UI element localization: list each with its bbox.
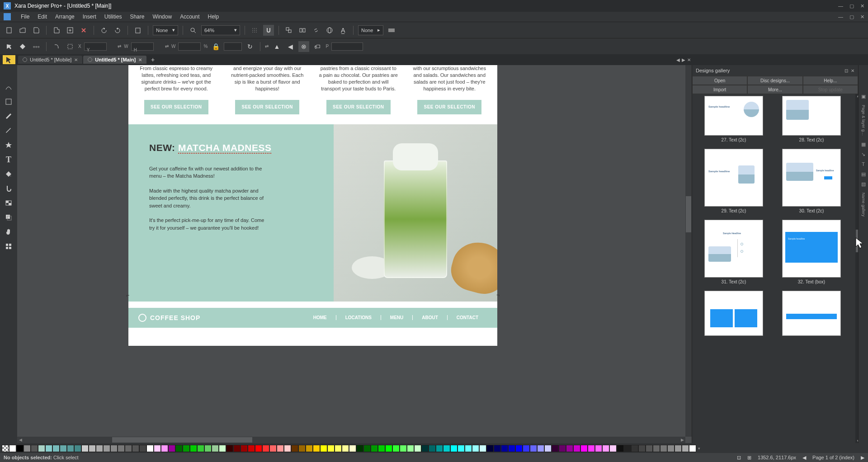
brush-tool[interactable]	[2, 110, 15, 122]
link-button[interactable]	[311, 25, 321, 36]
color-swatch[interactable]	[573, 445, 580, 452]
selection-button[interactable]: SEE OUR SELECTION	[326, 100, 391, 114]
close-icon[interactable]: ✕	[860, 3, 864, 9]
color-swatch[interactable]	[9, 445, 16, 452]
grid-tool[interactable]	[2, 240, 15, 252]
gallery-scrollbar[interactable]: ▲▼	[855, 94, 858, 443]
color-swatch[interactable]	[436, 445, 443, 452]
selector-tool[interactable]	[2, 67, 15, 79]
color-swatch[interactable]	[262, 445, 269, 452]
color-swatch[interactable]	[407, 445, 414, 452]
nav-locations[interactable]: LOCATIONS	[336, 315, 381, 320]
shape-icon[interactable]	[51, 41, 62, 52]
menu-window[interactable]: Window	[152, 14, 172, 20]
selection-button[interactable]: SEE OUR SELECTION	[235, 100, 299, 114]
color-swatch[interactable]	[146, 445, 154, 452]
tab-main[interactable]: Untitled5 * [Main] ✕	[83, 56, 146, 64]
snap-indicator-icon[interactable]: ⊞	[747, 455, 751, 461]
design-item-34[interactable]	[774, 291, 849, 338]
swatch-none[interactable]	[2, 445, 9, 452]
design-item-33[interactable]	[696, 291, 772, 338]
transparency-tool[interactable]	[2, 197, 15, 209]
tab-prev-icon[interactable]: ◀	[676, 57, 680, 62]
fill-gallery-tab[interactable]: ▤	[859, 170, 868, 178]
group-button[interactable]	[283, 25, 294, 36]
color-swatch[interactable]	[508, 445, 515, 452]
color-swatch[interactable]	[248, 445, 255, 452]
flip-v-icon[interactable]: ◀	[285, 41, 296, 52]
color-swatch[interactable]	[588, 445, 595, 452]
color-swatch[interactable]	[161, 445, 168, 452]
text-tool[interactable]: T	[2, 154, 15, 165]
color-swatch[interactable]	[139, 445, 146, 452]
tag-icon[interactable]: 🏷	[312, 41, 323, 52]
new-tab-button[interactable]: +	[147, 54, 158, 65]
selection-button[interactable]: SEE OUR SELECTION	[417, 100, 481, 114]
redo-button[interactable]	[112, 25, 123, 36]
live-drag-icon[interactable]: ⊡	[737, 455, 741, 461]
color-swatch[interactable]	[67, 445, 74, 452]
color-swatch[interactable]	[175, 445, 183, 452]
design-item-30[interactable]: Sample headline 30. Text (2c)	[774, 149, 849, 218]
color-swatch[interactable]	[501, 445, 508, 452]
color-swatch[interactable]	[472, 445, 479, 452]
menu-file[interactable]: File	[21, 14, 29, 20]
color-swatch[interactable]	[298, 445, 306, 452]
canvas-scrollbar-h[interactable]: ◀▶	[17, 437, 685, 443]
menu-utilities[interactable]: Utilities	[104, 14, 122, 20]
selector-options-icon[interactable]	[4, 41, 14, 52]
hand-tool[interactable]	[2, 226, 15, 238]
color-swatch[interactable]	[89, 445, 96, 452]
undo-button[interactable]	[99, 25, 109, 36]
color-swatch[interactable]	[233, 445, 241, 452]
color-swatch[interactable]	[523, 445, 530, 452]
color-swatch[interactable]	[356, 445, 363, 452]
color-swatch[interactable]	[400, 445, 407, 452]
line-gallery-tab[interactable]: ↘	[859, 150, 868, 158]
color-swatch[interactable]	[291, 445, 298, 452]
menu-help[interactable]: Help	[208, 14, 219, 20]
color-swatch[interactable]	[421, 445, 429, 452]
import-button[interactable]	[51, 25, 62, 36]
freehand-tool[interactable]	[2, 81, 15, 93]
menu-arrange[interactable]: Arrange	[55, 14, 75, 20]
colorbar-more-icon[interactable]: ▾	[698, 446, 700, 451]
bounds-icon[interactable]	[65, 41, 75, 52]
color-swatch[interactable]	[609, 445, 617, 452]
color-swatch[interactable]	[580, 445, 588, 452]
page-next-icon[interactable]: ▶	[861, 455, 864, 461]
color-swatch[interactable]	[342, 445, 349, 452]
gallery-open-button[interactable]: Open	[692, 76, 747, 85]
design-item-31[interactable]: Sample Headline 31. Text (2c)	[696, 220, 772, 289]
color-swatch[interactable]	[204, 445, 212, 452]
color-swatch[interactable]	[31, 445, 38, 452]
shape-tool[interactable]	[2, 96, 15, 108]
color-swatch[interactable]	[617, 445, 624, 452]
text-gallery-tab[interactable]: T	[859, 160, 868, 168]
name-select[interactable]: None▸	[358, 25, 383, 35]
color-swatch[interactable]	[313, 445, 320, 452]
color-swatch[interactable]	[595, 445, 602, 452]
color-swatch[interactable]	[414, 445, 421, 452]
color-swatch[interactable]	[168, 445, 175, 452]
color-swatch[interactable]	[363, 445, 371, 452]
tab-next-icon[interactable]: ▶	[682, 57, 685, 62]
color-swatch[interactable]	[392, 445, 400, 452]
color-swatch[interactable]	[429, 445, 436, 452]
wpct-input[interactable]	[178, 42, 201, 51]
color-swatch[interactable]	[537, 445, 544, 452]
color-swatch[interactable]	[675, 445, 682, 452]
p-input[interactable]	[331, 42, 363, 51]
menu-edit[interactable]: Edit	[38, 14, 47, 20]
color-swatch[interactable]	[219, 445, 226, 452]
tab-close-all-icon[interactable]: ✕	[687, 57, 691, 62]
color-swatch[interactable]	[385, 445, 392, 452]
color-swatch[interactable]	[226, 445, 233, 452]
color-swatch[interactable]	[197, 445, 204, 452]
spellcheck-button[interactable]: A̲	[338, 25, 349, 36]
design-item-32[interactable]: Sample headline 32. Text (box)	[774, 220, 849, 289]
color-swatch[interactable]	[154, 445, 161, 452]
rotate-input[interactable]	[224, 42, 242, 51]
color-swatch[interactable]	[494, 445, 501, 452]
color-swatch[interactable]	[306, 445, 313, 452]
